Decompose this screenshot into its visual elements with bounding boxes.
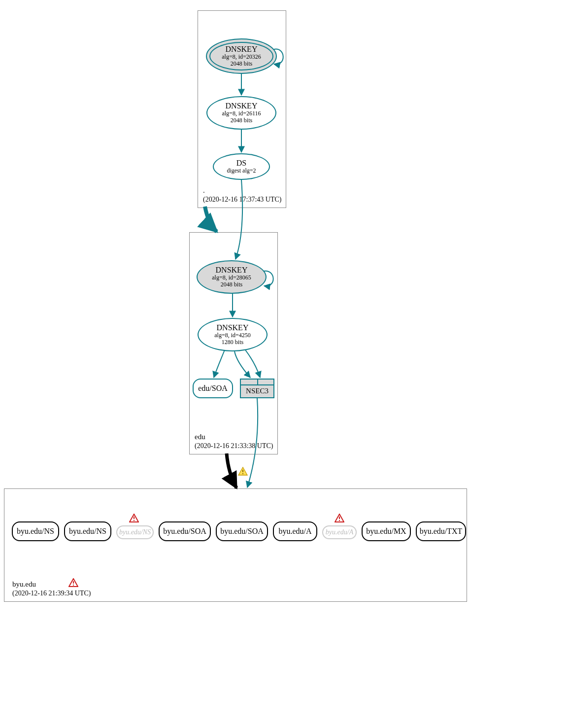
- svg-rect-0: [242, 470, 243, 472]
- byu-rec-0: byu.edu/NS: [12, 521, 59, 541]
- edu-ksk-title: DNSKEY: [216, 266, 248, 275]
- byu-rec-3-label: byu.edu/SOA: [163, 527, 206, 536]
- root-ds-title: DS: [236, 159, 246, 168]
- byu-rec-8-label: byu.edu/TXT: [420, 527, 463, 536]
- zone-edu-label: edu (2020-12-16 21:33:38 UTC): [195, 432, 273, 450]
- warn-icon-zone-byu: [68, 578, 78, 587]
- svg-rect-5: [339, 520, 340, 521]
- root-zsk-sub2: 2048 bits: [231, 117, 252, 124]
- edu-ksk-sub1: alg=8, id=28065: [212, 275, 251, 281]
- node-root-zsk: DNSKEY alg=8, id=26116 2048 bits: [206, 96, 276, 130]
- root-ksk-sub1: alg=8, id=20326: [222, 54, 261, 61]
- warn-icon-rec-2: [129, 514, 139, 522]
- byu-rec-0-label: byu.edu/NS: [17, 527, 54, 536]
- byu-rec-6: byu.edu/A: [322, 525, 357, 539]
- node-root-ds: DS digest alg=2: [213, 153, 270, 180]
- zone-byu-name: byu.edu: [12, 580, 91, 589]
- edge-root-edu-deleg: [205, 207, 217, 232]
- root-ksk-sub2: 2048 bits: [231, 61, 252, 68]
- node-edu-zsk: DNSKEY alg=8, id=4250 1280 bits: [198, 318, 268, 351]
- root-zsk-sub1: alg=8, id=26116: [222, 110, 261, 117]
- edu-nsec3-label: NSEC3: [246, 387, 268, 395]
- byu-rec-5-label: byu.edu/A: [278, 527, 311, 536]
- zone-byu-label: byu.edu (2020-12-16 21:39:34 UTC): [12, 580, 91, 597]
- byu-rec-2: byu.edu/NS: [116, 525, 154, 539]
- edu-zsk-sub1: alg=8, id=4250: [214, 332, 251, 339]
- byu-rec-7-label: byu.edu/MX: [366, 527, 406, 536]
- root-ds-sub1: digest alg=2: [227, 168, 256, 174]
- edge-edu-byu-deleg: [227, 453, 236, 488]
- edu-ksk-sub2: 2048 bits: [221, 281, 242, 288]
- root-ksk-title: DNSKEY: [226, 45, 258, 54]
- zone-edu-name: edu: [195, 432, 273, 442]
- byu-rec-8: byu.edu/TXT: [416, 521, 466, 541]
- zone-edu-ts: (2020-12-16 21:33:38 UTC): [195, 442, 273, 451]
- node-root-ksk: DNSKEY alg=8, id=20326 2048 bits: [206, 38, 277, 74]
- svg-rect-6: [73, 581, 74, 584]
- byu-rec-4: byu.edu/SOA: [216, 521, 268, 541]
- svg-rect-2: [134, 517, 134, 519]
- warn-icon-delegation: [238, 467, 248, 476]
- edu-soa-label: edu/SOA: [198, 384, 228, 393]
- zone-root-name: .: [203, 186, 281, 195]
- node-edu-nsec3: NSEC3: [240, 379, 274, 398]
- root-zsk-title: DNSKEY: [226, 102, 258, 110]
- byu-rec-7: byu.edu/MX: [362, 521, 411, 541]
- byu-rec-2-label: byu.edu/NS: [119, 528, 151, 536]
- edu-zsk-title: DNSKEY: [217, 323, 249, 332]
- byu-rec-3: byu.edu/SOA: [159, 521, 211, 541]
- byu-rec-1-label: byu.edu/NS: [69, 527, 106, 536]
- zone-root-label: . (2020-12-16 17:37:43 UTC): [203, 186, 281, 204]
- node-edu-ksk: DNSKEY alg=8, id=28065 2048 bits: [197, 260, 267, 294]
- edu-zsk-sub2: 1280 bits: [222, 339, 243, 346]
- zone-root-ts: (2020-12-16 17:37:43 UTC): [203, 195, 281, 204]
- svg-rect-4: [339, 517, 340, 519]
- svg-rect-1: [242, 473, 243, 474]
- byu-rec-1: byu.edu/NS: [64, 521, 111, 541]
- byu-rec-5: byu.edu/A: [273, 521, 317, 541]
- svg-rect-3: [134, 520, 134, 521]
- byu-rec-6-label: byu.edu/A: [326, 528, 353, 536]
- node-edu-soa: edu/SOA: [193, 379, 233, 398]
- svg-rect-7: [73, 585, 74, 586]
- warn-icon-rec-6: [335, 514, 344, 522]
- zone-byu-ts: (2020-12-16 21:39:34 UTC): [12, 589, 91, 598]
- byu-rec-4-label: byu.edu/SOA: [220, 527, 264, 536]
